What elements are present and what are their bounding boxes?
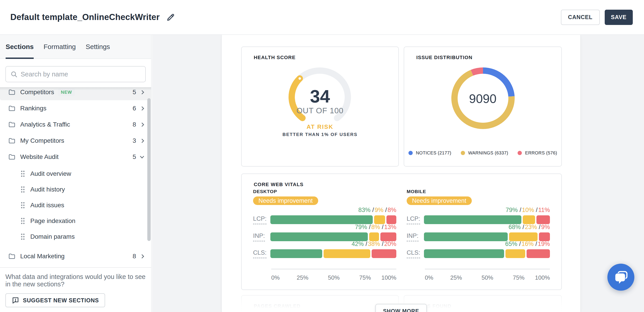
folder-icon [8,122,15,128]
bar-segment-poor [372,249,396,258]
cwv-percents: 65%/16%/19% [406,240,550,247]
platform-label-desktop: DESKTOP [253,189,277,194]
sections-list: CompetitorsNEW5Rankings6Analytics & Traf… [0,87,151,267]
drag-handle-icon[interactable] [21,233,25,240]
legend-item-errors: ERRORS (576) [518,150,557,156]
metric-label-cls: CLS: [407,249,420,258]
axis-tick: 0% [271,274,280,281]
sidebar-subitem-page-indexation[interactable]: Page indexation [0,213,151,229]
sidebar-section-local-marketing[interactable]: Local Marketing8 [0,248,151,264]
cwv-stacked-bar [270,249,396,258]
cwv-row-cls: 42%/38%/20% [252,240,396,258]
sidebar-section-analytics-traffic[interactable]: Analytics & Traffic8 [0,116,151,133]
axis-tick: 50% [328,274,340,281]
health-score-status: AT RISK [242,123,398,130]
health-score-max-label: OUT OF 100 [242,106,398,115]
sublist-website-audit: Audit overviewAudit historyAudit issuesP… [0,166,151,244]
show-more-button[interactable]: SHOW MORE [376,304,427,312]
edit-pencil-icon[interactable] [166,13,175,22]
pages-crawled-title: PAGES CRAWLED [254,303,300,309]
issue-distribution-card: ISSUE DISTRIBUTION 9090 NOTICES (2177)WA… [404,47,562,167]
cwv-percents: 42%/38%/20% [252,240,396,247]
sidebar-subitem-audit-history[interactable]: Audit history [0,182,151,197]
metric-label-inp: INP: [253,232,265,241]
topbar-actions: CANCEL SAVE [561,10,633,25]
cwv-row-inp: 79%/8%/13% [252,224,396,241]
section-label: Local Marketing [20,253,65,260]
sidebar-subitem-domain-params[interactable]: Domain params [0,229,151,244]
axis-tick: 25% [450,274,462,281]
feedback-bubble-icon [12,296,19,304]
issue-distribution-title: ISSUE DISTRIBUTION [416,55,472,61]
section-label: Rankings [20,105,46,112]
metric-label-cls: CLS: [253,249,266,258]
cwv-desktop-column: DESKTOPNeeds improvement83%/9%/8%LCP:79%… [252,174,396,289]
cancel-button[interactable]: CANCEL [561,10,600,25]
status-badge-needs-improvement: Needs improvement [407,196,472,205]
section-count: 5 [132,153,136,160]
legend-label: ERRORS (576) [525,150,557,156]
bar-segment-poor [386,215,396,224]
chevron-down-icon[interactable] [140,154,144,158]
axis-tick: 100% [382,274,396,281]
tab-settings[interactable]: Settings [86,35,110,59]
status-badge-needs-improvement: Needs improvement [253,196,318,205]
legend-label: WARNINGS (6337) [468,150,508,156]
axis-tick: 50% [482,274,493,281]
sidebar-section-my-competitors[interactable]: My Competitors3 [0,133,151,149]
cwv-stacked-bar [424,249,550,258]
search-icon [10,71,18,79]
health-score-title: HEALTH SCORE [254,55,296,61]
bar-segment-needs-improvement [369,232,379,241]
section-count: 6 [132,105,136,112]
tab-formatting[interactable]: Formatting [44,35,76,59]
chevron-right-icon[interactable] [140,254,144,258]
chevron-right-icon[interactable] [140,106,144,110]
legend-dot-icon [408,151,413,155]
drag-handle-icon[interactable] [21,170,25,177]
bar-segment-good [424,215,522,224]
cwv-x-axis: 0%25%50%75%100% [271,269,396,269]
sidebar-section-rankings[interactable]: Rankings6 [0,100,151,116]
save-button[interactable]: SAVE [605,10,633,25]
section-count: 8 [132,121,136,128]
template-title-wrap: Default template_OnlineCheckWriter [10,12,175,22]
chevron-right-icon[interactable] [140,123,144,127]
sidebar-section-website-audit[interactable]: Website Audit5 [0,149,151,165]
cwv-mobile-column: MOBILENeeds improvement79%/10%/11%LCP:68… [406,174,550,289]
legend-item-notices: NOTICES (2177) [408,150,451,156]
bar-segment-poor [539,232,550,241]
bar-segment-needs-improvement [523,215,535,224]
sidebar-footer: What data and integrations would you lik… [0,267,151,312]
cwv-stacked-bar [270,215,396,224]
suggest-new-sections-button[interactable]: SUGGEST NEW SECTIONS [6,293,105,307]
chat-launcher-button[interactable] [608,264,634,291]
report-preview-area: HEALTH SCORE 34 OUT OF 100 AT RISK BETTE… [152,35,644,312]
bar-segment-needs-improvement [374,215,385,224]
drag-handle-icon[interactable] [21,186,25,193]
bar-segment-needs-improvement [509,232,537,241]
sidebar-scrollbar-thumb[interactable] [147,98,151,241]
sidebar-section-competitors[interactable]: CompetitorsNEW5 [0,87,151,100]
chevron-right-icon[interactable] [140,90,144,94]
report-page: HEALTH SCORE 34 OUT OF 100 AT RISK BETTE… [222,35,580,312]
section-label: My Competitors [20,137,64,144]
cwv-stacked-bar [424,215,550,224]
folder-icon [8,253,15,259]
subitem-label: Page indexation [30,217,76,225]
urls-found-card: URLS FOUND [404,295,562,312]
subitem-label: Audit issues [30,202,64,209]
subitem-label: Audit history [30,186,65,193]
sidebar-subitem-audit-issues[interactable]: Audit issues [0,197,151,213]
pages-crawled-card: PAGES CRAWLED [241,295,399,312]
cwv-stacked-bar [424,232,550,241]
drag-handle-icon[interactable] [21,218,25,224]
sidebar-subitem-audit-overview[interactable]: Audit overview [0,166,151,182]
drag-handle-icon[interactable] [21,202,25,209]
tab-sections[interactable]: Sections [6,35,34,59]
section-label: Competitors [20,89,54,96]
search-input[interactable] [6,66,146,82]
chevron-right-icon[interactable] [140,139,144,143]
page-title: Default template_OnlineCheckWriter [10,12,160,22]
sidebar: SectionsFormattingSettings CompetitorsNE… [0,35,152,312]
